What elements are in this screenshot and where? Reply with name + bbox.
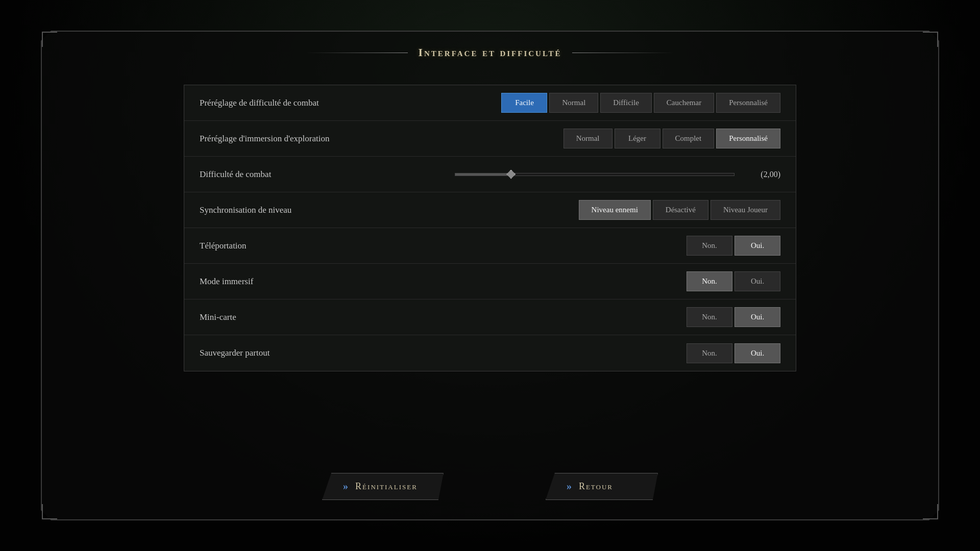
- option-btn-save-everywhere-non-[interactable]: Non.: [687, 343, 732, 363]
- frame-notch-br: [923, 504, 938, 519]
- setting-controls-minimap: Non.Oui.: [687, 307, 780, 327]
- slider-thumb-combat-difficulty-slider[interactable]: [506, 170, 516, 179]
- option-btn-exploration-immersion-preset-normal[interactable]: Normal: [564, 129, 612, 148]
- back-button[interactable]: » Retour: [546, 473, 658, 500]
- setting-row-minimap: Mini-carteNon.Oui.: [184, 299, 796, 335]
- option-btn-save-everywhere-oui-[interactable]: Oui.: [734, 343, 780, 363]
- option-btn-combat-difficulty-preset-difficile[interactable]: Difficile: [600, 93, 652, 113]
- option-btn-minimap-oui-[interactable]: Oui.: [734, 307, 780, 327]
- option-btn-exploration-immersion-preset-l-ger[interactable]: Léger: [615, 129, 660, 148]
- setting-label-minimap: Mini-carte: [200, 312, 455, 322]
- setting-row-combat-difficulty-slider: Difficulté de combat(2,00): [184, 157, 796, 192]
- frame-notch-tl: [42, 32, 57, 47]
- option-btn-immersive-mode-oui-[interactable]: Oui.: [734, 271, 780, 291]
- slider-track-combat-difficulty-slider[interactable]: [455, 173, 734, 176]
- back-chevrons-icon: »: [567, 481, 573, 492]
- frame-notch-tr: [923, 32, 938, 47]
- option-btn-combat-difficulty-preset-facile[interactable]: Facile: [501, 93, 547, 113]
- option-btn-combat-difficulty-preset-cauchemar[interactable]: Cauchemar: [654, 93, 714, 113]
- slider-fill-combat-difficulty-slider: [455, 173, 511, 176]
- setting-row-level-sync: Synchronisation de niveauNiveau ennemiDé…: [184, 192, 796, 228]
- setting-row-teleportation: TéléportationNon.Oui.: [184, 228, 796, 264]
- frame-notch-bl: [42, 504, 57, 519]
- option-btn-level-sync-d-sactiv-[interactable]: Désactivé: [653, 200, 708, 220]
- option-btn-level-sync-niveau-joueur[interactable]: Niveau Joueur: [710, 200, 780, 220]
- slider-container-combat-difficulty-slider: (2,00): [455, 170, 780, 179]
- reset-chevrons-icon: »: [343, 481, 349, 492]
- title-line-right: [572, 53, 674, 53]
- setting-row-immersive-mode: Mode immersifNon.Oui.: [184, 264, 796, 299]
- setting-controls-teleportation: Non.Oui.: [687, 236, 780, 256]
- setting-controls-combat-difficulty-preset: FacileNormalDifficileCauchemarPersonnali…: [501, 93, 780, 113]
- setting-label-exploration-immersion-preset: Préréglage d'immersion d'exploration: [200, 134, 455, 144]
- option-btn-combat-difficulty-preset-personnalis-[interactable]: Personnalisé: [716, 93, 780, 113]
- reset-button[interactable]: » Réinitialiser: [322, 473, 444, 500]
- reset-label: Réinitialiser: [355, 481, 418, 492]
- option-btn-exploration-immersion-preset-complet[interactable]: Complet: [663, 129, 715, 148]
- page-title-wrap: Interface et difficulté: [306, 46, 674, 59]
- setting-label-combat-difficulty-slider: Difficulté de combat: [200, 169, 455, 180]
- page-title: Interface et difficulté: [418, 46, 561, 59]
- setting-label-combat-difficulty-preset: Préréglage de difficulté de combat: [200, 98, 455, 108]
- setting-row-save-everywhere: Sauvegarder partoutNon.Oui.: [184, 335, 796, 371]
- setting-label-level-sync: Synchronisation de niveau: [200, 205, 455, 215]
- option-btn-immersive-mode-non-[interactable]: Non.: [687, 271, 732, 291]
- option-btn-teleportation-non-[interactable]: Non.: [687, 236, 732, 256]
- setting-controls-level-sync: Niveau ennemiDésactivéNiveau Joueur: [579, 200, 780, 220]
- option-btn-combat-difficulty-preset-normal[interactable]: Normal: [549, 93, 598, 113]
- back-label: Retour: [579, 481, 613, 492]
- option-btn-exploration-immersion-preset-personnalis-[interactable]: Personnalisé: [716, 129, 780, 148]
- setting-controls-immersive-mode: Non.Oui.: [687, 271, 780, 291]
- slider-value-combat-difficulty-slider: (2,00): [745, 170, 780, 179]
- settings-panel: Préréglage de difficulté de combatFacile…: [184, 85, 796, 371]
- option-btn-teleportation-oui-[interactable]: Oui.: [734, 236, 780, 256]
- setting-controls-exploration-immersion-preset: NormalLégerCompletPersonnalisé: [564, 129, 780, 148]
- setting-label-immersive-mode: Mode immersif: [200, 277, 455, 287]
- setting-label-save-everywhere: Sauvegarder partout: [200, 348, 455, 358]
- bottom-buttons: » Réinitialiser » Retour: [41, 473, 939, 500]
- setting-controls-save-everywhere: Non.Oui.: [687, 343, 780, 363]
- option-btn-minimap-non-[interactable]: Non.: [687, 307, 732, 327]
- setting-label-teleportation: Téléportation: [200, 241, 455, 251]
- option-btn-level-sync-niveau-ennemi[interactable]: Niveau ennemi: [579, 200, 651, 220]
- title-line-left: [306, 53, 408, 53]
- main-container: Interface et difficulté Préréglage de di…: [41, 31, 939, 520]
- setting-row-combat-difficulty-preset: Préréglage de difficulté de combatFacile…: [184, 85, 796, 121]
- setting-row-exploration-immersion-preset: Préréglage d'immersion d'explorationNorm…: [184, 121, 796, 157]
